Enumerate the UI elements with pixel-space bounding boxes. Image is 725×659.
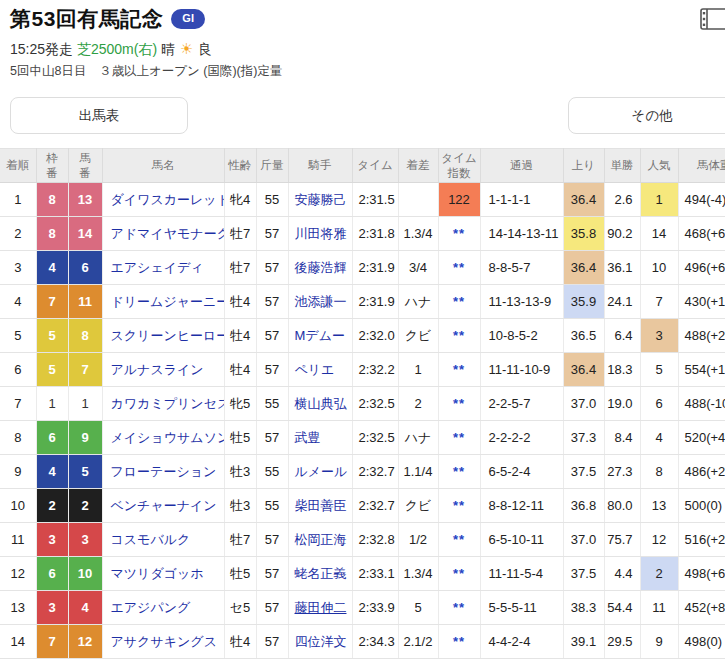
jockey-link[interactable]: 横山典弘 bbox=[288, 387, 352, 421]
sex-age-cell: 牡7 bbox=[224, 251, 256, 285]
win-odds-cell: 24.1 bbox=[604, 285, 640, 319]
jockey-link[interactable]: ペリエ bbox=[288, 353, 352, 387]
sex-age-cell: 牝5 bbox=[224, 387, 256, 421]
horse-name-link[interactable]: カワカミプリンセス bbox=[111, 396, 225, 411]
horse-weight-cell: 554(+14) bbox=[678, 353, 725, 387]
time-cell: 2:31.9 bbox=[352, 285, 398, 319]
rank-cell: 8 bbox=[0, 421, 36, 455]
carried-weight-cell: 55 bbox=[256, 489, 288, 523]
jockey-link[interactable]: 武豊 bbox=[295, 430, 321, 445]
other-button[interactable]: その他 bbox=[568, 97, 725, 134]
jockey-link[interactable]: 池添謙一 bbox=[288, 285, 352, 319]
jockey-link[interactable]: 柴田善臣 bbox=[288, 489, 352, 523]
jockey-link[interactable]: 蛯名正義 bbox=[295, 566, 347, 581]
horse-name-link[interactable]: カワカミプリンセス bbox=[102, 387, 224, 421]
jockey-link[interactable]: 安藤勝己 bbox=[295, 192, 347, 207]
jockey-link[interactable]: 川田将雅 bbox=[295, 226, 347, 241]
jockey-link[interactable]: 安藤勝己 bbox=[288, 183, 352, 217]
horse-name-link[interactable]: ドリームジャーニー bbox=[111, 294, 225, 309]
win-odds-cell: 2.6 bbox=[604, 183, 640, 217]
table-row: 346エアシェイディ牡757後藤浩輝2:31.93/4**8-8-5-736.4… bbox=[0, 251, 725, 285]
jockey-link[interactable]: 武豊 bbox=[288, 421, 352, 455]
table-row: 558スクリーンヒーロー牡457Mデムー2:32.0クビ**10-8-5-236… bbox=[0, 319, 725, 353]
horse-name-link[interactable]: エアシェイディ bbox=[111, 260, 204, 275]
margin-cell: 1 bbox=[398, 353, 438, 387]
jockey-link[interactable]: 四位洋文 bbox=[295, 634, 347, 649]
horse-name-link[interactable]: コスモバルク bbox=[111, 532, 191, 547]
passing-order-cell: 11-11-5-4 bbox=[480, 557, 563, 591]
horse-name-link[interactable]: スクリーンヒーロー bbox=[102, 319, 224, 353]
horse-weight-cell: 496(+6) bbox=[678, 251, 725, 285]
horse-name-link[interactable]: アルナスライン bbox=[102, 353, 224, 387]
jockey-link[interactable]: ルメール bbox=[288, 455, 352, 489]
horse-name-link[interactable]: コスモバルク bbox=[102, 523, 224, 557]
sex-age-cell: 牡4 bbox=[224, 625, 256, 659]
horse-name-link[interactable]: スクリーンヒーロー bbox=[111, 328, 225, 343]
jockey-link[interactable]: ペリエ bbox=[295, 362, 335, 377]
col-header-odds: 単勝 bbox=[604, 149, 640, 183]
carried-weight-cell: 57 bbox=[256, 421, 288, 455]
page-header: 第53回有馬記念 GI 15:25発走 芝2500m(右) 晴 ☀ 良 5回中山… bbox=[0, 0, 725, 80]
jockey-link[interactable]: 池添謙一 bbox=[295, 294, 347, 309]
jockey-link[interactable]: Mデムー bbox=[295, 328, 345, 343]
rank-cell: 7 bbox=[0, 387, 36, 421]
last-3f-cell: 37.0 bbox=[563, 387, 604, 421]
horse-name-link[interactable]: アドマイヤモナーク bbox=[102, 217, 224, 251]
jockey-link[interactable]: 横山典弘 bbox=[295, 396, 347, 411]
horse-name-link[interactable]: ドリームジャーニー bbox=[102, 285, 224, 319]
jockey-link[interactable]: Mデムー bbox=[288, 319, 352, 353]
horse-name-link[interactable]: マツリダゴッホ bbox=[111, 566, 204, 581]
jockey-link[interactable]: 松岡正海 bbox=[295, 532, 347, 547]
jockey-link[interactable]: 松岡正海 bbox=[288, 523, 352, 557]
time-index-cell: ** bbox=[438, 251, 480, 285]
horse-name-link[interactable]: アサクサキングス bbox=[102, 625, 224, 659]
entry-table-button[interactable]: 出馬表 bbox=[10, 97, 188, 134]
jockey-link[interactable]: 川田将雅 bbox=[288, 217, 352, 251]
horse-name-link[interactable]: フローテーション bbox=[102, 455, 224, 489]
win-odds-cell: 90.2 bbox=[604, 217, 640, 251]
time-index-cell: ** bbox=[438, 217, 480, 251]
horse-name-link[interactable]: エアジパング bbox=[111, 600, 191, 615]
frame-number-badge: 4 bbox=[36, 455, 68, 489]
horse-name-link[interactable]: マツリダゴッホ bbox=[102, 557, 224, 591]
jockey-link[interactable]: 四位洋文 bbox=[288, 625, 352, 659]
jockey-link[interactable]: 蛯名正義 bbox=[288, 557, 352, 591]
jockey-link[interactable]: ルメール bbox=[295, 464, 348, 479]
time-index-cell: ** bbox=[438, 387, 480, 421]
margin-cell: クビ bbox=[398, 489, 438, 523]
horse-weight-cell: 488(-10) bbox=[678, 387, 725, 421]
margin-cell: 1.3/4 bbox=[398, 557, 438, 591]
passing-order-cell: 2-2-5-7 bbox=[480, 387, 563, 421]
horse-name-link[interactable]: アサクサキングス bbox=[111, 634, 217, 649]
col-header-passing: 通過 bbox=[480, 149, 563, 183]
rank-cell: 14 bbox=[0, 625, 36, 659]
jockey-link[interactable]: 柴田善臣 bbox=[295, 498, 347, 513]
horse-name-link[interactable]: メイショウサムソン bbox=[102, 421, 224, 455]
time-index-cell: ** bbox=[438, 319, 480, 353]
jockey-link[interactable]: 藤田伸二 bbox=[288, 591, 352, 625]
passing-order-cell: 10-8-5-2 bbox=[480, 319, 563, 353]
horse-name-link[interactable]: ダイワスカーレット bbox=[111, 192, 225, 207]
horse-name-link[interactable]: メイショウサムソン bbox=[111, 430, 225, 445]
favorite-rank-cell: 3 bbox=[640, 319, 678, 353]
horse-name-link[interactable]: エアシェイディ bbox=[102, 251, 224, 285]
passing-order-cell: 11-13-13-9 bbox=[480, 285, 563, 319]
rank-cell: 2 bbox=[0, 217, 36, 251]
meeting-info-line: 5回中山8日目 ３歳以上オープン (国際)(指)定量 bbox=[10, 63, 715, 80]
horse-weight-cell: 494(-4) bbox=[678, 183, 725, 217]
horse-weight-cell: 498(0) bbox=[678, 625, 725, 659]
jockey-link[interactable]: 後藤浩輝 bbox=[288, 251, 352, 285]
race-conditions-line: 15:25発走 芝2500m(右) 晴 ☀ 良 bbox=[10, 40, 715, 59]
horse-name-link[interactable]: ダイワスカーレット bbox=[102, 183, 224, 217]
carried-weight-cell: 57 bbox=[256, 625, 288, 659]
horse-name-link[interactable]: ベンチャーナイン bbox=[102, 489, 224, 523]
horse-name-link[interactable]: エアジパング bbox=[102, 591, 224, 625]
time-cell: 2:31.8 bbox=[352, 217, 398, 251]
jockey-link[interactable]: 後藤浩輝 bbox=[295, 260, 347, 275]
film-icon[interactable] bbox=[700, 7, 725, 35]
horse-name-link[interactable]: フローテーション bbox=[111, 464, 217, 479]
horse-name-link[interactable]: ベンチャーナイン bbox=[111, 498, 217, 513]
jockey-link[interactable]: 藤田伸二 bbox=[295, 600, 347, 615]
horse-name-link[interactable]: アドマイヤモナーク bbox=[111, 226, 225, 241]
horse-name-link[interactable]: アルナスライン bbox=[111, 362, 204, 377]
